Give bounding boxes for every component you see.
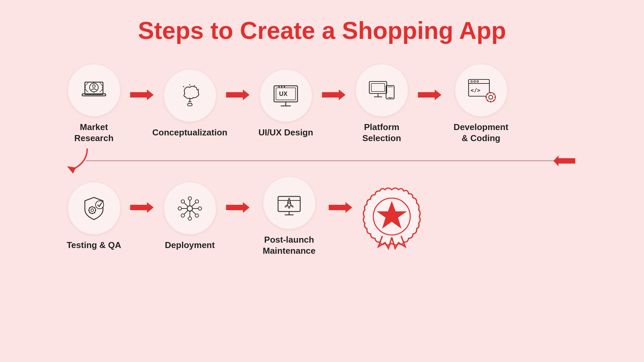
step-award (358, 183, 425, 250)
step-testing: Testing & QA (64, 182, 124, 251)
svg-point-87 (288, 202, 290, 204)
circle-award (358, 183, 425, 250)
svg-point-72 (198, 207, 202, 210)
svg-point-76 (195, 200, 199, 203)
step-uiux: UX UI/UX Design (256, 70, 316, 138)
circle-uiux: UX (260, 70, 312, 122)
svg-point-70 (178, 207, 181, 210)
label-market-research: MarketResearch (74, 122, 113, 143)
svg-rect-27 (371, 83, 385, 92)
label-deployment: Deployment (165, 240, 215, 251)
svg-text:</>: </> (471, 87, 480, 94)
svg-point-80 (195, 214, 199, 217)
svg-line-81 (192, 210, 196, 214)
postlaunch-icon (274, 188, 304, 218)
arrow-2 (226, 88, 250, 103)
svg-point-54 (91, 209, 94, 212)
svg-point-33 (390, 98, 391, 99)
svg-point-74 (181, 200, 184, 203)
deployment-icon (175, 193, 205, 224)
row1: MarketResearch (37, 64, 607, 143)
circle-market-research (68, 64, 120, 116)
label-platform: PlatformSelection (362, 122, 401, 143)
market-research-icon (79, 75, 109, 106)
svg-marker-16 (226, 89, 250, 100)
svg-point-3 (93, 85, 95, 87)
svg-line-79 (184, 210, 188, 214)
page-title: Steps to Create a Shopping App (138, 17, 506, 44)
svg-point-78 (181, 214, 184, 217)
svg-point-39 (477, 80, 479, 82)
label-testing: Testing & QA (67, 240, 121, 251)
svg-point-66 (188, 197, 192, 200)
step-conceptualization: Conceptualization (160, 70, 220, 138)
circle-development: </> (455, 64, 507, 116)
testing-icon (79, 193, 109, 224)
svg-point-22 (278, 86, 280, 87)
svg-marker-34 (418, 89, 441, 100)
arrow-7 (329, 201, 352, 216)
flow-diagram: MarketResearch (37, 64, 607, 256)
connector (37, 147, 607, 174)
svg-rect-30 (386, 85, 394, 99)
label-conceptualization: Conceptualization (152, 127, 227, 138)
arrow-5 (130, 201, 154, 216)
label-uiux: UI/UX Design (258, 127, 313, 138)
arrow-3 (322, 88, 345, 103)
conceptualization-icon (175, 81, 205, 111)
arrow-4 (418, 88, 441, 103)
svg-marker-51 (553, 156, 575, 166)
uiux-icon: UX (271, 81, 301, 111)
row2: Testing & QA (37, 177, 425, 256)
svg-marker-25 (322, 89, 345, 100)
step-postlaunch: Post-launchMaintenance (256, 177, 323, 256)
svg-marker-8 (130, 89, 154, 100)
step-market-research: MarketResearch (64, 64, 124, 143)
svg-line-75 (184, 203, 188, 206)
svg-point-23 (281, 86, 282, 87)
development-icon: </> (466, 75, 496, 106)
arrow-1 (130, 88, 154, 103)
circle-testing (68, 182, 120, 234)
platform-icon (367, 75, 397, 106)
arrow-curve-down (64, 147, 91, 177)
svg-line-13 (194, 85, 195, 86)
arrow-turn-right (553, 154, 575, 168)
circle-conceptualization (164, 70, 216, 122)
label-development: Development& Coding (453, 122, 508, 143)
step-development: </> Development& Coding (447, 64, 515, 143)
step-platform: PlatformSelection (352, 64, 412, 143)
svg-line-15 (198, 89, 199, 90)
svg-marker-82 (226, 202, 250, 213)
arrow-6 (226, 201, 250, 216)
step-deployment: Deployment (160, 182, 220, 251)
circle-postlaunch (263, 177, 315, 229)
svg-marker-52 (67, 166, 76, 174)
svg-line-77 (192, 203, 196, 206)
svg-point-63 (96, 201, 104, 209)
svg-point-24 (284, 86, 285, 87)
svg-marker-88 (329, 202, 352, 213)
svg-point-37 (471, 80, 473, 82)
circle-platform (356, 64, 408, 116)
svg-point-68 (188, 217, 192, 220)
svg-line-14 (183, 86, 184, 87)
award-icon (358, 183, 425, 250)
svg-point-65 (187, 206, 193, 211)
svg-point-38 (474, 80, 476, 82)
svg-text:UX: UX (279, 90, 287, 97)
circle-deployment (164, 182, 216, 234)
svg-marker-64 (130, 202, 154, 213)
label-postlaunch: Post-launchMaintenance (263, 234, 316, 256)
